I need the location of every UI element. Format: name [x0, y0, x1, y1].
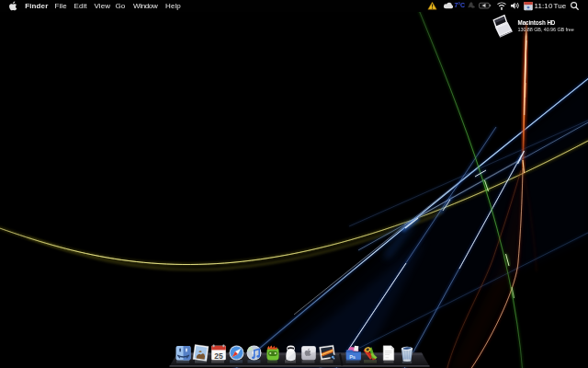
svg-text:Ps: Ps	[349, 354, 356, 360]
svg-text:25: 25	[214, 351, 223, 361]
